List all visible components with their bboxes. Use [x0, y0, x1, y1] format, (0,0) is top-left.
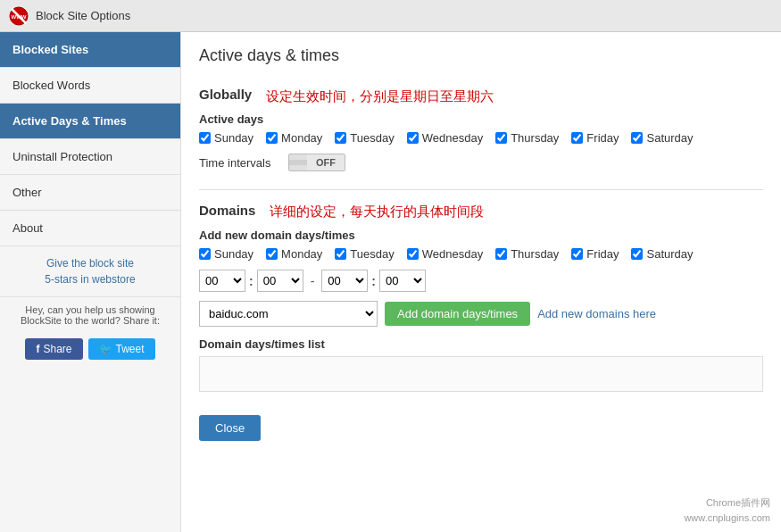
domain-input-row: baiduc.com Add domain days/times Add new…: [199, 301, 763, 327]
checkbox-wednesday-global[interactable]: [407, 132, 419, 144]
domain-days-row: Sunday Monday Tuesday Wednesday: [199, 247, 763, 261]
globally-annotation: 设定生效时间，分别是星期日至星期六: [266, 88, 494, 105]
global-days-row: Sunday Monday Tuesday Wednesday: [199, 131, 763, 145]
day-tuesday-domain[interactable]: Tuesday: [335, 247, 394, 261]
domain-list-title: Domain days/times list: [199, 337, 763, 351]
add-domain-button[interactable]: Add domain days/times: [385, 302, 530, 326]
checkbox-monday-global[interactable]: [266, 132, 278, 144]
title-bar: WWW Block Site Options: [0, 0, 781, 32]
checkbox-monday-domain[interactable]: [266, 248, 278, 260]
time-intervals-row: Time intervals OFF: [199, 154, 763, 171]
sidebar-item-other[interactable]: Other: [0, 175, 180, 211]
close-row: Close: [199, 406, 763, 441]
time-colon-1: :: [249, 274, 253, 288]
footer-watermark: Chrome插件网 www.cnplugins.com: [684, 495, 770, 525]
sidebar-item-blocked-words[interactable]: Blocked Words: [0, 68, 180, 104]
checkbox-sunday-global[interactable]: [199, 132, 211, 144]
checkbox-tuesday-global[interactable]: [335, 132, 346, 144]
time-range-row: 00010203 04050607 08091011 12131415 1617…: [199, 270, 763, 292]
day-friday-domain[interactable]: Friday: [571, 247, 619, 261]
toggle-off-label: OFF: [307, 154, 345, 170]
from-minute-select[interactable]: 00153045: [257, 270, 303, 292]
domain-list-area: [199, 356, 763, 392]
domains-title: Domains: [199, 203, 255, 218]
time-dash: -: [311, 274, 315, 288]
content-area: Active days & times Globally 设定生效时间，分别是星…: [181, 32, 781, 532]
checkbox-saturday-domain[interactable]: [631, 248, 643, 260]
day-monday-domain[interactable]: Monday: [266, 247, 322, 261]
to-hour-select[interactable]: 00010203 04050607 08091011 12131415 1617…: [321, 270, 368, 292]
checkbox-sunday-domain[interactable]: [199, 248, 211, 260]
to-minute-select[interactable]: 00153045: [379, 270, 426, 292]
domains-section: Domains 详细的设定，每天执行的具体时间段 Add new domain …: [199, 203, 763, 441]
sidebar-promo-text: Hey, can you help us showing BlockSite t…: [0, 297, 180, 333]
sidebar-item-about[interactable]: About: [0, 211, 180, 246]
day-sunday-domain[interactable]: Sunday: [199, 247, 253, 261]
domains-annotation: 详细的设定，每天执行的具体时间段: [270, 204, 484, 220]
checkbox-friday-domain[interactable]: [571, 248, 583, 260]
close-button[interactable]: Close: [199, 415, 261, 441]
sidebar-item-active-days-times[interactable]: Active Days & Times: [0, 104, 180, 139]
day-thursday-domain[interactable]: Thursday: [495, 247, 559, 261]
day-tuesday-global[interactable]: Tuesday: [335, 131, 394, 145]
facebook-icon: f: [36, 343, 39, 355]
checkbox-saturday-global[interactable]: [631, 132, 643, 144]
checkbox-thursday-global[interactable]: [495, 132, 507, 144]
sidebar-social-buttons: f Share 🐦 Tweet: [0, 333, 180, 365]
checkbox-friday-global[interactable]: [571, 132, 583, 144]
day-saturday-global[interactable]: Saturday: [631, 131, 693, 145]
active-days-label: Active days: [199, 112, 763, 126]
day-wednesday-domain[interactable]: Wednesday: [407, 247, 483, 261]
add-new-domains-link[interactable]: Add new domains here: [537, 307, 656, 320]
checkbox-wednesday-domain[interactable]: [407, 248, 419, 260]
section-separator: [199, 189, 763, 190]
sidebar-item-blocked-sites[interactable]: Blocked Sites: [0, 32, 180, 68]
block-site-icon: WWW: [9, 6, 29, 26]
globally-section: Globally 设定生效时间，分别是星期日至星期六 Active days S…: [199, 87, 763, 171]
checkbox-thursday-domain[interactable]: [495, 248, 507, 260]
time-colon-2: :: [371, 274, 376, 288]
sidebar-item-uninstall-protection[interactable]: Uninstall Protection: [0, 139, 180, 175]
day-saturday-domain[interactable]: Saturday: [631, 247, 693, 261]
day-sunday-global[interactable]: Sunday: [199, 131, 253, 145]
time-intervals-label: Time intervals: [199, 156, 279, 170]
sidebar: Blocked Sites Blocked Words Active Days …: [0, 32, 181, 532]
svg-text:WWW: WWW: [12, 14, 27, 20]
day-monday-global[interactable]: Monday: [266, 131, 322, 145]
title-bar-text: Block Site Options: [36, 9, 130, 22]
from-hour-select[interactable]: 00010203 04050607 08091011 12131415 1617…: [199, 270, 245, 292]
domain-select[interactable]: baiduc.com: [199, 301, 378, 327]
globally-label: Globally: [199, 87, 252, 102]
checkbox-tuesday-domain[interactable]: [335, 248, 346, 260]
share-facebook-button[interactable]: f Share: [25, 338, 82, 360]
time-intervals-toggle[interactable]: OFF: [288, 154, 345, 171]
twitter-icon: 🐦: [99, 343, 112, 355]
page-title: Active days & times: [199, 46, 763, 72]
day-friday-global[interactable]: Friday: [571, 131, 619, 145]
day-thursday-global[interactable]: Thursday: [495, 131, 559, 145]
add-domain-days-times-label: Add new domain days/times: [199, 229, 763, 242]
sidebar-promo: Give the block site 5-stars in webstore: [0, 246, 180, 297]
share-twitter-button[interactable]: 🐦 Tweet: [88, 338, 155, 360]
toggle-left: [289, 160, 307, 165]
day-wednesday-global[interactable]: Wednesday: [407, 131, 483, 145]
